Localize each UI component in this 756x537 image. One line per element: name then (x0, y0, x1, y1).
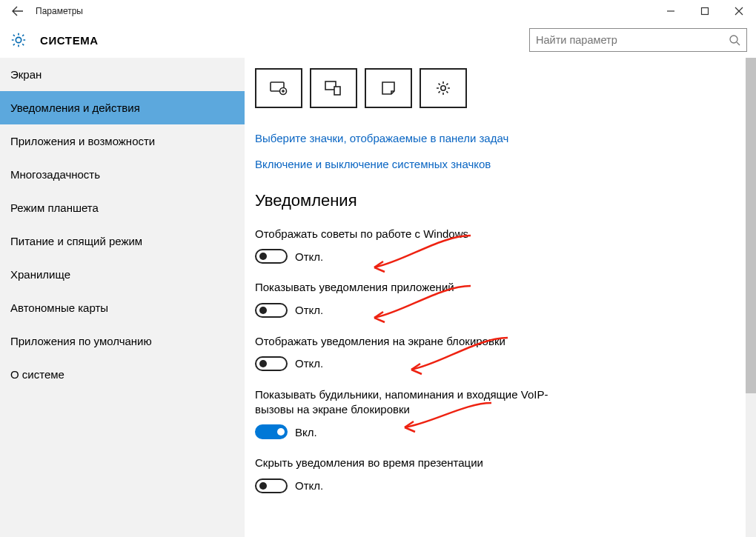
setting-label: Показывать уведомления приложений (255, 280, 574, 295)
sidebar-item-display[interactable]: Экран (0, 58, 245, 91)
quick-action-tablet-icon[interactable] (255, 68, 302, 108)
content-area: Выберите значки, отображаемые в панели з… (245, 58, 756, 537)
sidebar-item-about[interactable]: О системе (0, 358, 245, 391)
sidebar-item-notifications[interactable]: Уведомления и действия (0, 91, 245, 124)
sidebar-item-storage[interactable]: Хранилище (0, 258, 245, 291)
toggle-state: Откл. (295, 304, 323, 316)
scrollbar[interactable] (746, 58, 756, 537)
setting-label: Показывать будильники, напоминания и вхо… (255, 387, 574, 418)
setting-lock-screen-notifications: Отображать уведомления на экране блокиро… (255, 334, 574, 371)
scrollbar-thumb[interactable] (746, 58, 756, 393)
toggle-state: Откл. (295, 250, 323, 263)
setting-alarms-reminders-voip: Показывать будильники, напоминания и вхо… (255, 387, 574, 440)
link-system-icons[interactable]: Включение и выключение системных значков (255, 158, 746, 170)
sidebar-item-apps-features[interactable]: Приложения и возможности (0, 124, 245, 158)
toggle-state: Откл. (295, 357, 323, 370)
toggle-windows-tips[interactable] (255, 249, 288, 264)
toggle-hide-during-presentation[interactable] (255, 478, 288, 493)
setting-windows-tips: Отображать советы по работе с Windows От… (255, 227, 574, 264)
toggle-lock-screen-notifications[interactable] (255, 356, 288, 371)
link-taskbar-icons[interactable]: Выберите значки, отображаемые в панели з… (255, 132, 746, 144)
setting-app-notifications: Показывать уведомления приложений Откл. (255, 280, 574, 317)
toggle-alarms-reminders-voip[interactable] (255, 424, 288, 439)
setting-label: Отображать уведомления на экране блокиро… (255, 334, 574, 349)
setting-label: Отображать советы по работе с Windows (255, 227, 574, 241)
quick-action-settings-icon[interactable] (420, 68, 467, 108)
svg-rect-7 (334, 87, 340, 95)
sidebar-item-offline-maps[interactable]: Автономные карты (0, 291, 245, 324)
sidebar-item-multitasking[interactable]: Многозадачность (0, 158, 245, 191)
quick-action-note-icon[interactable] (365, 68, 412, 108)
sidebar-item-tablet-mode[interactable]: Режим планшета (0, 191, 245, 224)
sidebar: Экран Уведомления и действия Приложения … (0, 58, 245, 537)
sidebar-item-power-sleep[interactable]: Питание и спящий режим (0, 224, 245, 258)
window-title: Параметры (36, 6, 83, 16)
toggle-state: Вкл. (295, 426, 317, 438)
search-input[interactable] (530, 34, 723, 46)
gear-icon (10, 32, 27, 48)
sidebar-item-default-apps[interactable]: Приложения по умолчанию (0, 324, 245, 358)
maximize-button[interactable] (688, 0, 722, 22)
svg-point-8 (441, 86, 445, 90)
toggle-app-notifications[interactable] (255, 303, 288, 318)
svg-rect-1 (702, 8, 709, 15)
quick-action-connect-icon[interactable] (310, 68, 357, 108)
back-button[interactable] (0, 0, 36, 22)
search-box[interactable] (529, 28, 747, 52)
notifications-heading: Уведомления (255, 191, 746, 210)
minimize-button[interactable] (654, 0, 688, 22)
close-button[interactable] (722, 0, 756, 22)
search-icon[interactable] (723, 34, 746, 46)
svg-point-2 (730, 36, 737, 43)
section-title: СИСТЕМА (40, 34, 99, 47)
titlebar: Параметры (0, 0, 756, 22)
toggle-state: Откл. (295, 479, 323, 492)
window-controls (654, 0, 756, 22)
header: СИСТЕМА (0, 22, 756, 58)
setting-label: Скрыть уведомления во время презентации (255, 456, 574, 470)
setting-hide-during-presentation: Скрыть уведомления во время презентации … (255, 456, 574, 493)
quick-actions-row (255, 68, 746, 108)
svg-line-3 (737, 42, 740, 45)
